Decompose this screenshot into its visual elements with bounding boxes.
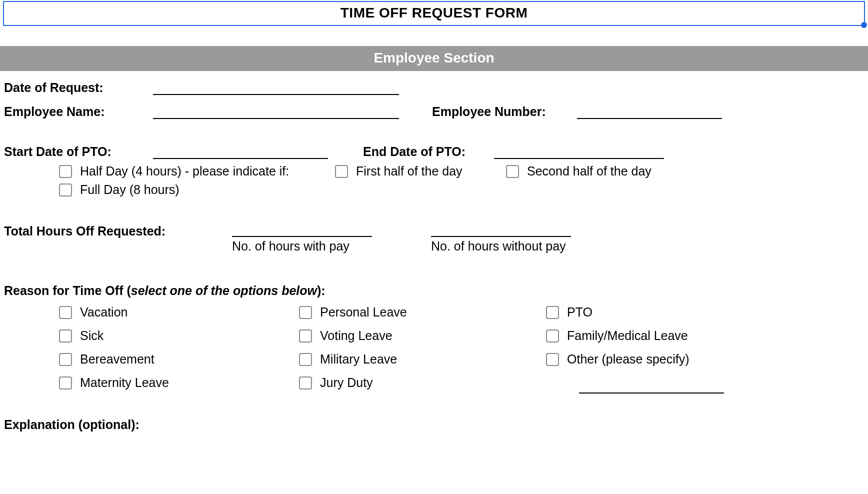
reason-pto: PTO (567, 305, 592, 320)
label-employee-name: Employee Name: (4, 104, 153, 119)
reason-bereavement: Bereavement (80, 352, 154, 366)
reason-column-2: Personal Leave Voting Leave Military Lea… (299, 305, 546, 396)
checkbox-voting[interactable] (299, 330, 312, 342)
label-total-hours: Total Hours Off Requested: (4, 222, 232, 254)
checkbox-family-medical[interactable] (546, 330, 559, 342)
input-end-date-pto[interactable] (494, 144, 664, 159)
caption-hours-with-pay: No. of hours with pay (232, 239, 377, 254)
checkbox-jury[interactable] (299, 376, 312, 390)
reason-column-1: Vacation Sick Bereavement Maternity Leav… (59, 305, 299, 396)
label-reason-suffix: ): (317, 284, 326, 298)
checkbox-vacation[interactable] (59, 306, 72, 319)
input-employee-number[interactable] (577, 104, 722, 119)
checkbox-personal[interactable] (299, 306, 312, 319)
checkbox-other[interactable] (546, 353, 559, 366)
reason-column-3: PTO Family/Medical Leave Other (please s… (546, 305, 724, 396)
option-half-day: Half Day (4 hours) - please indicate if: (80, 164, 335, 178)
form-title: TIME OFF REQUEST FORM (340, 5, 528, 20)
reason-sick: Sick (80, 328, 104, 343)
reason-vacation: Vacation (80, 305, 128, 320)
option-first-half: First half of the day (356, 164, 506, 178)
input-hours-without-pay[interactable] (431, 222, 571, 237)
checkbox-full-day[interactable] (59, 184, 72, 196)
form-title-box[interactable]: TIME OFF REQUEST FORM (3, 1, 865, 26)
label-start-date-pto: Start Date of PTO: (4, 144, 153, 159)
checkbox-half-day[interactable] (59, 165, 72, 178)
checkbox-second-half[interactable] (506, 165, 519, 178)
label-explanation: Explanation (optional): (4, 418, 140, 432)
reason-other: Other (please specify) (567, 352, 690, 366)
input-employee-name[interactable] (153, 104, 399, 119)
selection-handle[interactable] (861, 22, 867, 28)
employee-section-header: Employee Section (0, 46, 868, 71)
reason-voting: Voting Leave (320, 328, 392, 343)
checkbox-bereavement[interactable] (59, 353, 72, 366)
label-employee-number: Employee Number: (432, 104, 577, 119)
checkbox-maternity[interactable] (59, 376, 72, 390)
option-second-half: Second half of the day (527, 164, 652, 178)
label-reason-italic: select one of the options below (131, 284, 317, 298)
input-hours-with-pay[interactable] (232, 222, 372, 237)
label-end-date-pto: End Date of PTO: (363, 144, 494, 159)
reason-jury: Jury Duty (320, 376, 373, 390)
form-body: Date of Request: Employee Name: Employee… (0, 80, 868, 432)
reason-maternity: Maternity Leave (80, 376, 169, 390)
checkbox-pto[interactable] (546, 306, 559, 319)
label-reason-prefix: Reason for Time Off ( (4, 284, 131, 298)
label-date-of-request: Date of Request: (4, 80, 153, 95)
option-full-day: Full Day (8 hours) (80, 182, 180, 197)
checkbox-military[interactable] (299, 353, 312, 366)
input-date-of-request[interactable] (153, 80, 399, 95)
caption-hours-without-pay: No. of hours without pay (431, 239, 581, 254)
reason-personal: Personal Leave (320, 305, 407, 320)
input-other-specify[interactable] (579, 378, 724, 394)
input-start-date-pto[interactable] (153, 144, 328, 159)
reason-family-medical: Family/Medical Leave (567, 328, 688, 343)
checkbox-sick[interactable] (59, 330, 72, 342)
checkbox-first-half[interactable] (335, 165, 348, 178)
reason-military: Military Leave (320, 352, 397, 366)
